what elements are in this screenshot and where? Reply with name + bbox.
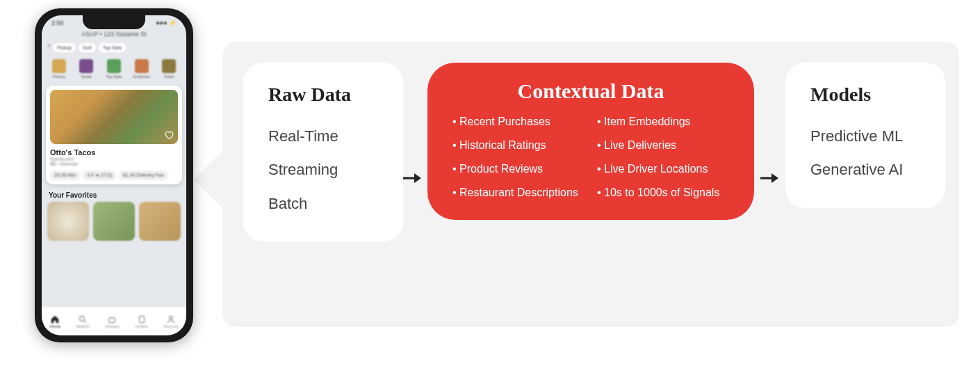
favorites-row bbox=[42, 202, 186, 241]
status-icons: ●●● ⚡ bbox=[156, 19, 177, 26]
models-card: Models Predictive ML Generative AI bbox=[785, 63, 945, 208]
contextual-item: Item Embeddings bbox=[597, 116, 729, 128]
phone-location-header: ASAP • 123 Sesame St bbox=[42, 28, 186, 40]
orders-icon bbox=[137, 315, 147, 324]
restaurant-image bbox=[50, 90, 178, 144]
svg-rect-3 bbox=[139, 316, 144, 322]
svg-rect-2 bbox=[109, 317, 115, 322]
contextual-item: 10s to 1000s of Signals bbox=[597, 186, 729, 199]
models-title: Models bbox=[810, 84, 920, 106]
raw-data-item: Streaming bbox=[268, 153, 378, 186]
filter-pill: Pickup bbox=[53, 43, 76, 52]
filter-pill: Sort bbox=[79, 43, 96, 52]
filter-pill: Top Eats bbox=[99, 43, 126, 52]
phone-restaurant-card: Otto's Tacos Sponsored $$ • Mexican 20-3… bbox=[46, 86, 182, 184]
callout-tail bbox=[193, 136, 238, 223]
home-icon bbox=[50, 315, 60, 324]
contextual-item: Live Deliveries bbox=[597, 139, 729, 152]
raw-data-card: Raw Data Real-Time Streaming Batch bbox=[243, 63, 403, 241]
raw-data-title: Raw Data bbox=[268, 84, 378, 106]
svg-point-0 bbox=[79, 316, 84, 321]
favorites-title: Your Favorites bbox=[42, 187, 186, 202]
phone-screen: 2:50 ●●● ⚡ ASAP • 123 Sesame St ≡ Pickup… bbox=[42, 15, 186, 335]
contextual-data-card: Contextual Data Recent Purchases Item Em… bbox=[427, 63, 754, 220]
svg-point-4 bbox=[170, 316, 173, 319]
restaurant-name: Otto's Tacos bbox=[50, 148, 178, 157]
arrow-icon bbox=[760, 171, 780, 185]
status-time: 2:50 bbox=[51, 19, 64, 26]
raw-data-item: Real-Time bbox=[268, 120, 378, 153]
contextual-item: Live Driver Locations bbox=[597, 163, 729, 175]
phone-mockup: 2:50 ●●● ⚡ ASAP • 123 Sesame St ≡ Pickup… bbox=[35, 8, 193, 342]
restaurant-stats: 20-30 Min 4.5 ★ (713) $1.49 Delivery Fee bbox=[50, 170, 178, 180]
contextual-item: Restaurant Descriptions bbox=[452, 186, 585, 199]
arrow-icon bbox=[403, 171, 423, 185]
models-item: Generative AI bbox=[810, 153, 920, 186]
restaurant-subline: $$ • Mexican bbox=[50, 161, 178, 166]
contextual-item: Historical Ratings bbox=[452, 139, 585, 152]
phone-filters: ≡ Pickup Sort Top Eats bbox=[42, 40, 186, 55]
restaurant-sponsored: Sponsored bbox=[50, 157, 178, 161]
contextual-bullets: Recent Purchases Item Embeddings Histori… bbox=[452, 116, 729, 199]
phone-categories: Pickup Deals Top Eats American Asian bbox=[42, 55, 186, 83]
raw-data-item: Batch bbox=[268, 187, 378, 221]
search-icon bbox=[78, 315, 88, 324]
heart-icon bbox=[164, 130, 174, 140]
models-item: Predictive ML bbox=[810, 120, 920, 153]
contextual-title: Contextual Data bbox=[452, 79, 729, 103]
account-icon bbox=[166, 315, 176, 324]
contextual-item: Product Reviews bbox=[452, 163, 585, 175]
phone-notch bbox=[83, 15, 145, 29]
contextual-item: Recent Purchases bbox=[452, 116, 585, 128]
phone-tabbar: Home Search Grocery Orders Account bbox=[42, 306, 186, 335]
grocery-icon bbox=[107, 315, 117, 324]
svg-line-1 bbox=[84, 320, 86, 322]
